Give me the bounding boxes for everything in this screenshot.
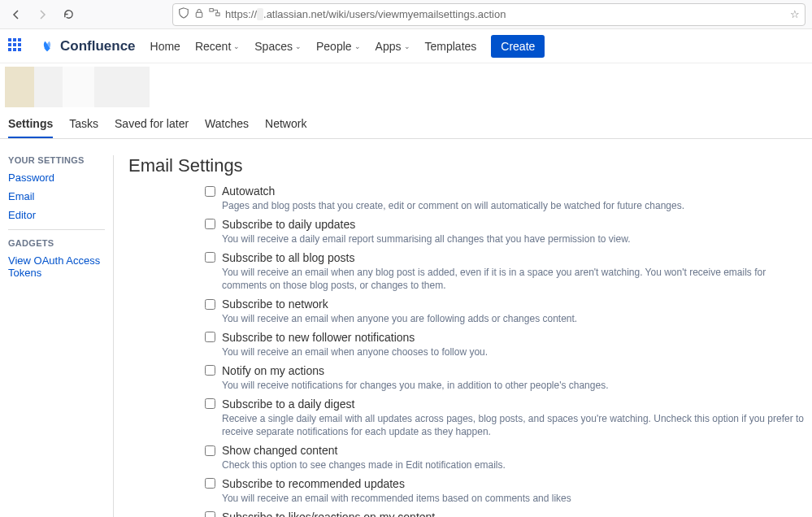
sidebar-link-password[interactable]: Password xyxy=(8,172,105,184)
settings-sidebar: YOUR SETTINGS Password Email Editor GADG… xyxy=(8,155,114,517)
setting-description: Check this option to see changes made in… xyxy=(222,458,804,472)
setting-row: Subscribe to likes/reactions on my conte… xyxy=(205,510,804,517)
setting-description: You will receive an email when anyone yo… xyxy=(222,312,804,326)
setting-checkbox-1[interactable] xyxy=(205,219,215,229)
lock-icon xyxy=(194,7,204,21)
setting-checkbox-7[interactable] xyxy=(205,445,215,456)
setting-label: Subscribe to a daily digest xyxy=(222,398,354,411)
tab-settings[interactable]: Settings xyxy=(8,111,53,138)
top-navigation: Confluence Home Recent⌄ Spaces⌄ People⌄ … xyxy=(0,29,812,63)
app-switcher-icon[interactable] xyxy=(8,38,24,54)
tab-network[interactable]: Network xyxy=(265,111,306,138)
sidebar-heading-gadgets: GADGETS xyxy=(8,238,105,248)
setting-row: Subscribe to new follower notifications … xyxy=(205,331,804,359)
setting-checkbox-8[interactable] xyxy=(205,478,215,489)
setting-checkbox-2[interactable] xyxy=(205,252,215,263)
nav-spaces[interactable]: Spaces⌄ xyxy=(254,40,302,53)
setting-checkbox-9[interactable] xyxy=(205,511,215,517)
nav-people[interactable]: People⌄ xyxy=(316,40,361,53)
nav-home[interactable]: Home xyxy=(150,40,180,53)
browser-chrome: https://.atlassian.net/wiki/users/viewmy… xyxy=(0,0,812,29)
tab-tasks[interactable]: Tasks xyxy=(69,111,98,138)
brand-name: Confluence xyxy=(60,38,136,54)
email-settings-list: Autowatch Pages and blog posts that you … xyxy=(205,185,804,517)
sidebar-link-oauth[interactable]: View OAuth Access Tokens xyxy=(8,254,105,279)
setting-row: Subscribe to all blog posts You will rec… xyxy=(205,251,804,293)
nav-back-button[interactable] xyxy=(7,5,26,24)
setting-checkbox-5[interactable] xyxy=(205,365,215,376)
sidebar-link-email[interactable]: Email xyxy=(8,190,105,202)
nav-recent[interactable]: Recent⌄ xyxy=(195,40,240,53)
setting-description: You will receive notifications for chang… xyxy=(222,379,804,393)
svg-rect-0 xyxy=(196,12,202,17)
setting-label: Subscribe to recommended updates xyxy=(222,477,405,490)
setting-checkbox-0[interactable] xyxy=(205,186,215,197)
setting-description: You will receive an email with recommend… xyxy=(222,492,804,506)
setting-description: You will receive a daily email report su… xyxy=(222,232,804,246)
setting-description: Pages and blog posts that you create, ed… xyxy=(222,199,804,213)
svg-rect-1 xyxy=(210,9,213,12)
setting-label: Subscribe to likes/reactions on my conte… xyxy=(222,510,435,517)
chevron-down-icon: ⌄ xyxy=(354,42,361,50)
setting-checkbox-6[interactable] xyxy=(205,398,215,409)
setting-row: Subscribe to recommended updates You wil… xyxy=(205,477,804,506)
setting-row: Subscribe to a daily digest Receive a si… xyxy=(205,398,804,440)
setting-label: Autowatch xyxy=(222,185,275,198)
sidebar-link-editor[interactable]: Editor xyxy=(8,209,105,221)
shield-icon xyxy=(178,7,189,21)
setting-label: Subscribe to network xyxy=(222,298,328,311)
nav-forward-button[interactable] xyxy=(33,5,52,24)
setting-description: You will receive an email when any blog … xyxy=(222,266,804,293)
setting-checkbox-3[interactable] xyxy=(205,299,215,310)
svg-rect-2 xyxy=(216,13,219,16)
setting-description: You will receive an email when anyone ch… xyxy=(222,345,804,359)
chevron-down-icon: ⌄ xyxy=(295,42,302,50)
url-text: https://.atlassian.net/wiki/users/viewmy… xyxy=(225,8,785,20)
setting-row: Show changed content Check this option t… xyxy=(205,444,804,472)
chevron-down-icon: ⌄ xyxy=(404,42,410,50)
tab-watches[interactable]: Watches xyxy=(205,111,249,138)
setting-label: Show changed content xyxy=(222,444,337,457)
bookmark-star-icon[interactable]: ☆ xyxy=(790,8,800,20)
chevron-down-icon: ⌄ xyxy=(233,42,240,50)
nav-templates[interactable]: Templates xyxy=(425,40,477,53)
setting-row: Subscribe to network You will receive an… xyxy=(205,298,804,326)
permissions-icon xyxy=(209,7,220,21)
setting-row: Autowatch Pages and blog posts that you … xyxy=(205,185,804,213)
setting-label: Subscribe to daily updates xyxy=(222,218,355,231)
create-button[interactable]: Create xyxy=(491,35,545,58)
nav-apps[interactable]: Apps⌄ xyxy=(376,40,410,53)
setting-checkbox-4[interactable] xyxy=(205,332,215,342)
brand-logo[interactable]: Confluence xyxy=(39,38,136,54)
nav-reload-button[interactable] xyxy=(59,5,78,24)
page-title: Email Settings xyxy=(128,155,804,176)
setting-row: Notify on my actions You will receive no… xyxy=(205,364,804,393)
setting-label: Subscribe to new follower notifications xyxy=(222,331,415,344)
tab-saved[interactable]: Saved for later xyxy=(115,111,189,138)
setting-description: Receive a single daily email with all up… xyxy=(222,412,804,440)
setting-label: Notify on my actions xyxy=(222,364,324,377)
setting-label: Subscribe to all blog posts xyxy=(222,251,354,264)
sidebar-heading-your-settings: YOUR SETTINGS xyxy=(8,155,105,165)
profile-tabs: Settings Tasks Saved for later Watches N… xyxy=(0,111,812,139)
setting-row: Subscribe to daily updates You will rece… xyxy=(205,218,804,246)
address-bar[interactable]: https://.atlassian.net/wiki/users/viewmy… xyxy=(172,3,805,26)
page-header-placeholder xyxy=(5,67,150,107)
